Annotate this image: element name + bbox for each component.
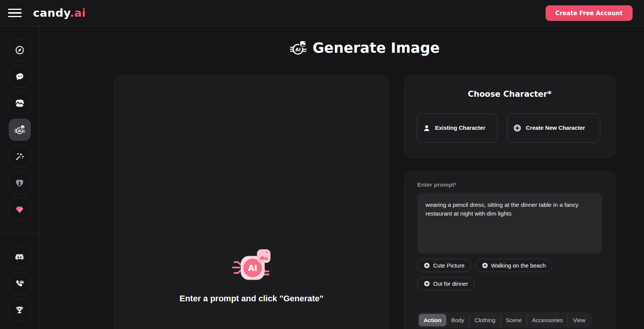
choose-character-card: Choose Character* Existing Character Cre…: [404, 76, 616, 158]
preview-empty-caption: Enter a prompt and click "Generate": [179, 294, 323, 304]
sidebar-footer-group: [9, 246, 31, 321]
person-icon: [422, 124, 431, 132]
ai-image-title-icon: AI: [290, 39, 307, 56]
sidebar-item-discord[interactable]: [9, 246, 31, 268]
create-new-character-button[interactable]: Create New Character: [507, 113, 600, 143]
tab-accessories[interactable]: Accessories: [527, 314, 568, 326]
sidebar-item-contact[interactable]: [9, 272, 31, 294]
sidebar-item-chat[interactable]: [9, 66, 31, 88]
gem-icon: [14, 205, 25, 215]
svg-text:AI: AI: [295, 47, 301, 52]
page-title: Generate Image: [313, 40, 440, 56]
brand-suffix: .ai: [70, 6, 86, 19]
tab-scene[interactable]: Scene: [500, 314, 527, 326]
suggestion-chip-label: Cute Picture: [433, 262, 465, 269]
ai-image-pink-icon: AI: [230, 247, 273, 288]
plus-circle-icon: [424, 262, 430, 269]
heart-couple-icon: [14, 178, 25, 188]
tab-view[interactable]: View: [568, 314, 590, 326]
create-new-character-label: Create New Character: [526, 124, 585, 132]
phone-mail-icon: [14, 279, 25, 289]
image-preview-panel: AI Enter a prompt and click "Generate": [114, 76, 389, 329]
menu-icon[interactable]: [8, 7, 23, 19]
brand-name: candy: [33, 6, 70, 19]
gallery-icon: [15, 98, 25, 108]
chat-bubble-icon: [15, 72, 25, 82]
plus-circle-icon: [424, 280, 430, 287]
suggestion-chip-label: Walking on the beach: [491, 262, 546, 269]
sidebar-item-magic-edit[interactable]: [9, 145, 31, 167]
tab-action[interactable]: Action: [419, 314, 446, 326]
sidebar-divider: [0, 233, 40, 234]
suggestion-chip-cute-picture[interactable]: Cute Picture: [417, 259, 471, 272]
sidebar-item-my-ai[interactable]: [9, 172, 31, 194]
svg-text:AI: AI: [248, 263, 258, 273]
page-title-row: AI Generate Image: [114, 37, 616, 59]
existing-character-label: Existing Character: [435, 124, 486, 132]
suggestion-chip-walking-on-the-beach[interactable]: Walking on the beach: [475, 259, 552, 272]
plus-circle-icon: [513, 124, 522, 132]
prompt-card: Enter prompt* wearing a pencil dress, si…: [404, 172, 616, 329]
tab-clothing[interactable]: Clothing: [469, 314, 500, 326]
sidebar: AI: [0, 26, 40, 329]
compass-icon: [15, 45, 25, 55]
prompt-input[interactable]: wearing a pencil dress, sitting at the d…: [417, 193, 602, 253]
sidebar-item-gallery[interactable]: [9, 92, 31, 114]
sidebar-item-generate-image[interactable]: AI: [9, 119, 31, 141]
sidebar-item-explore[interactable]: [9, 39, 31, 61]
sidebar-item-premium[interactable]: [9, 198, 31, 220]
svg-text:AI: AI: [17, 129, 21, 133]
ai-image-generator-icon: AI: [14, 124, 25, 135]
sidebar-main-group: AI: [9, 39, 31, 220]
existing-character-button[interactable]: Existing Character: [417, 113, 497, 143]
prompt-suggestions-row: Cute Picture Walking on the beach Out fo…: [417, 259, 605, 290]
choose-character-heading: Choose Character*: [404, 90, 615, 99]
discord-icon: [14, 252, 25, 262]
top-bar: candy.ai Create Free Account: [0, 0, 644, 26]
category-tabs: Action Body Clothing Scene Accessories V…: [417, 312, 592, 328]
tab-body[interactable]: Body: [446, 314, 469, 326]
brand-logo[interactable]: candy.ai: [33, 6, 86, 19]
magic-wand-icon: [15, 151, 25, 161]
suggestion-chip-out-for-dinner[interactable]: Out for dinner: [417, 277, 475, 290]
sidebar-item-rewards[interactable]: [9, 299, 31, 321]
prompt-label: Enter prompt*: [417, 181, 456, 188]
plus-circle-icon: [482, 262, 488, 269]
create-free-account-button[interactable]: Create Free Account: [546, 5, 633, 21]
trophy-icon: [14, 305, 25, 315]
preview-empty-state: AI Enter a prompt and click "Generate": [114, 247, 389, 304]
character-buttons-row: Existing Character Create New Character: [417, 113, 604, 143]
suggestion-chip-label: Out for dinner: [433, 280, 468, 287]
